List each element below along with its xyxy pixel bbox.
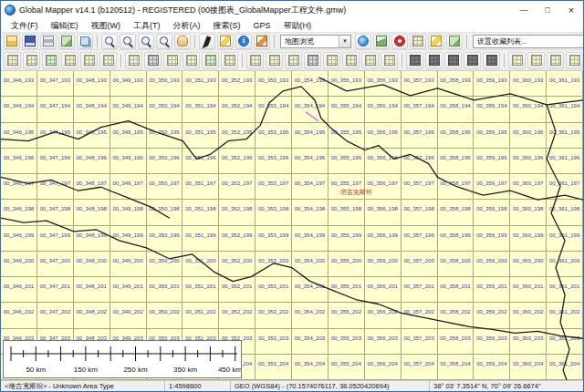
favorites-list-combo[interactable]: 设置收藏列表...▼ bbox=[473, 35, 583, 48]
status-projection-coords: GEO (WGS84) - (70.1574076117, 38.0520420… bbox=[231, 381, 430, 391]
toolbar-separator bbox=[120, 54, 121, 67]
menu-item-3[interactable]: 工具(T) bbox=[127, 20, 167, 32]
tiledark-button[interactable] bbox=[406, 52, 423, 69]
zoom-in-button[interactable] bbox=[120, 34, 136, 49]
global-mapper-window: Global Mapper v14.1 (b120512) - REGISTER… bbox=[0, 0, 584, 392]
tile-button[interactable] bbox=[323, 52, 340, 69]
3d-button[interactable] bbox=[373, 34, 390, 49]
map-mode-combo[interactable]: 地图浏览▼ bbox=[280, 35, 351, 48]
zoom-button[interactable] bbox=[101, 34, 118, 49]
tile-button[interactable] bbox=[182, 52, 200, 69]
tiledark-icon bbox=[467, 55, 478, 66]
tile-icon bbox=[365, 55, 376, 66]
status-map-scale: 1:4598600 bbox=[165, 381, 231, 391]
tile-button[interactable] bbox=[381, 52, 398, 69]
maximize-button[interactable]: □ bbox=[536, 1, 559, 19]
tile-button[interactable] bbox=[23, 52, 40, 69]
arrow-icon bbox=[202, 36, 213, 46]
measure-button[interactable] bbox=[217, 34, 234, 49]
pencil-button[interactable] bbox=[254, 34, 270, 49]
tile2-button[interactable] bbox=[144, 52, 162, 69]
menu-item-7[interactable]: 帮助(H) bbox=[277, 20, 318, 32]
tiledark-button[interactable] bbox=[464, 52, 481, 69]
chevron-down-icon[interactable]: ▼ bbox=[339, 36, 350, 47]
tile-button[interactable] bbox=[527, 52, 545, 69]
tile-button[interactable] bbox=[342, 52, 360, 69]
tile-button[interactable] bbox=[61, 52, 78, 69]
save-button[interactable] bbox=[22, 34, 38, 49]
menu-item-2[interactable]: 视图(W) bbox=[85, 20, 128, 32]
tile-button[interactable] bbox=[547, 52, 564, 69]
tile-button[interactable] bbox=[361, 52, 379, 69]
menu-item-6[interactable]: GPS bbox=[247, 21, 277, 30]
tile2-icon bbox=[308, 55, 318, 66]
tiledark-button[interactable] bbox=[425, 52, 443, 69]
tile3-icon bbox=[46, 55, 57, 66]
zoom-icon bbox=[104, 36, 115, 46]
print-icon bbox=[43, 36, 54, 46]
info-icon bbox=[238, 36, 249, 46]
open-icon bbox=[6, 36, 17, 46]
window-controls: — □ × bbox=[512, 1, 583, 19]
pan-button[interactable] bbox=[174, 34, 191, 49]
tile-button[interactable] bbox=[266, 52, 283, 69]
country-border-lines bbox=[1, 71, 583, 380]
zoom-full-icon bbox=[159, 36, 170, 46]
toolbar-separator bbox=[242, 54, 243, 67]
export-button[interactable] bbox=[446, 34, 463, 49]
tile-button[interactable] bbox=[566, 52, 583, 69]
tile-button[interactable] bbox=[125, 52, 142, 69]
measure-button[interactable] bbox=[428, 34, 444, 49]
layers-button[interactable] bbox=[77, 34, 93, 49]
main-toolbar: 地图浏览▼设置收藏列表...▼ bbox=[1, 33, 583, 50]
zoom-out-button[interactable] bbox=[138, 34, 154, 49]
tile3-button[interactable] bbox=[42, 52, 59, 69]
export-icon bbox=[61, 36, 72, 46]
print-button[interactable] bbox=[40, 34, 57, 49]
save-icon bbox=[25, 36, 36, 46]
tile3-button[interactable] bbox=[202, 52, 219, 69]
zoom-full-button[interactable] bbox=[156, 34, 172, 49]
scale-label: 250 km bbox=[123, 366, 148, 374]
scale-label: 450 km bbox=[218, 366, 241, 374]
tile-button[interactable] bbox=[4, 52, 21, 69]
menu-item-0[interactable]: 文件(F) bbox=[5, 20, 45, 32]
layers-icon bbox=[80, 36, 89, 46]
pan-icon bbox=[177, 36, 188, 46]
tiledark-icon bbox=[448, 55, 459, 66]
tile-button[interactable] bbox=[508, 52, 526, 69]
info-button[interactable] bbox=[235, 34, 252, 49]
tile-button[interactable] bbox=[99, 52, 117, 69]
map-view[interactable]: 00_346_19300_347_19300_348_19300_349_193… bbox=[1, 71, 583, 380]
tile-button[interactable] bbox=[163, 52, 181, 69]
globe-app-icon bbox=[5, 5, 16, 15]
globe-icon bbox=[358, 36, 369, 46]
export-button[interactable] bbox=[58, 34, 75, 49]
combo-selected-value: 设置收藏列表... bbox=[474, 36, 583, 46]
menu-item-5[interactable]: 搜索(S) bbox=[207, 20, 247, 32]
zoom-in-icon bbox=[122, 36, 133, 46]
open-button[interactable] bbox=[4, 34, 20, 49]
menu-item-4[interactable]: 分析(A) bbox=[167, 20, 207, 32]
tile-button[interactable] bbox=[221, 52, 238, 69]
tiledark-button[interactable] bbox=[444, 52, 462, 69]
tile-icon bbox=[384, 55, 395, 66]
tile-button[interactable] bbox=[80, 52, 98, 69]
tile2-button[interactable] bbox=[304, 52, 321, 69]
minimize-button[interactable]: — bbox=[512, 1, 536, 19]
map-region-label: 塔吉克斯坦 bbox=[340, 188, 372, 197]
tile-icon bbox=[26, 55, 37, 66]
close-button[interactable]: × bbox=[559, 1, 583, 19]
favorites-toolbar bbox=[1, 50, 583, 71]
zoom-out-icon bbox=[141, 36, 151, 46]
tiledark-button[interactable] bbox=[483, 52, 500, 69]
tile-button[interactable] bbox=[246, 52, 264, 69]
gps-button[interactable] bbox=[391, 34, 408, 49]
toolbar-separator bbox=[274, 35, 275, 48]
globe-button[interactable] bbox=[355, 34, 371, 49]
arrow-button[interactable] bbox=[199, 34, 215, 49]
tile-button[interactable] bbox=[285, 52, 302, 69]
title-bar: Global Mapper v14.1 (b120512) - REGISTER… bbox=[1, 1, 583, 19]
tile-button[interactable] bbox=[410, 34, 426, 49]
menu-item-1[interactable]: 编辑(E) bbox=[45, 20, 85, 32]
